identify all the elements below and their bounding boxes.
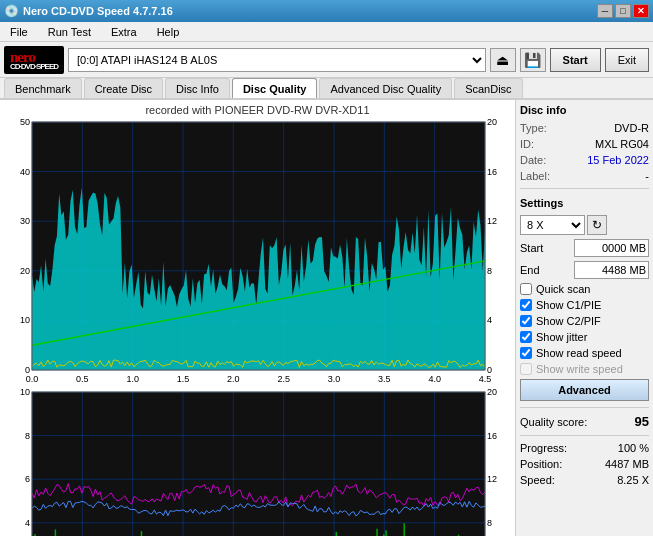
start-mb-row: Start	[520, 239, 649, 257]
tab-benchmark[interactable]: Benchmark	[4, 78, 82, 98]
disc-label-value: -	[645, 170, 649, 182]
end-mb-row: End	[520, 261, 649, 279]
speed-select[interactable]: 8 X	[520, 215, 585, 235]
start-button[interactable]: Start	[550, 48, 601, 72]
speed-select-row: 8 X ↻	[520, 215, 649, 235]
right-panel: Disc info Type: DVD-R ID: MXL RG04 Date:…	[515, 100, 653, 536]
speed-label: Speed:	[520, 474, 555, 486]
tab-disc-quality[interactable]: Disc Quality	[232, 78, 318, 98]
position-row: Position: 4487 MB	[520, 458, 649, 470]
progress-value: 100 %	[618, 442, 649, 454]
chart-title: recorded with PIONEER DVD-RW DVR-XD11	[2, 102, 513, 118]
menu-bar: File Run Test Extra Help	[0, 22, 653, 42]
quick-scan-label: Quick scan	[536, 283, 590, 295]
disc-date-row: Date: 15 Feb 2022	[520, 154, 649, 166]
disc-date-value: 15 Feb 2022	[587, 154, 649, 166]
menu-file[interactable]: File	[4, 24, 34, 40]
start-input[interactable]	[574, 239, 649, 257]
show-read-speed-row: Show read speed	[520, 347, 649, 359]
tabs: Benchmark Create Disc Disc Info Disc Qua…	[0, 78, 653, 100]
menu-help[interactable]: Help	[151, 24, 186, 40]
title-bar: 💿 Nero CD-DVD Speed 4.7.7.16 ─ □ ✕	[0, 0, 653, 22]
disc-id-row: ID: MXL RG04	[520, 138, 649, 150]
app-icon: 💿	[4, 4, 19, 18]
nero-logo: nero CD·DVD·SPEED	[4, 46, 64, 74]
disc-label-row: Label: -	[520, 170, 649, 182]
show-jitter-label: Show jitter	[536, 331, 587, 343]
speed-value: 8.25 X	[617, 474, 649, 486]
tab-create-disc[interactable]: Create Disc	[84, 78, 163, 98]
quality-score-row: Quality score: 95	[520, 414, 649, 429]
show-write-speed-label: Show write speed	[536, 363, 623, 375]
show-c1-pie-label: Show C1/PIE	[536, 299, 601, 311]
disc-type-row: Type: DVD-R	[520, 122, 649, 134]
progress-label: Progress:	[520, 442, 567, 454]
close-button[interactable]: ✕	[633, 4, 649, 18]
settings-title: Settings	[520, 197, 649, 209]
disc-type-label: Type:	[520, 122, 547, 134]
toolbar: nero CD·DVD·SPEED [0:0] ATAPI iHAS124 B …	[0, 42, 653, 78]
show-write-speed-row: Show write speed	[520, 363, 649, 375]
advanced-button[interactable]: Advanced	[520, 379, 649, 401]
show-write-speed-checkbox	[520, 363, 532, 375]
minimize-button[interactable]: ─	[597, 4, 613, 18]
divider-3	[520, 435, 649, 436]
start-label: Start	[520, 242, 543, 254]
chart-area: recorded with PIONEER DVD-RW DVR-XD11 PI…	[0, 100, 515, 536]
drive-select[interactable]: [0:0] ATAPI iHAS124 B AL0S	[68, 48, 486, 72]
pi-errors-chart	[2, 118, 513, 388]
progress-row: Progress: 100 %	[520, 442, 649, 454]
disc-type-value: DVD-R	[614, 122, 649, 134]
menu-extra[interactable]: Extra	[105, 24, 143, 40]
tab-scan-disc[interactable]: ScanDisc	[454, 78, 522, 98]
show-c2-pif-label: Show C2/PIF	[536, 315, 601, 327]
position-value: 4487 MB	[605, 458, 649, 470]
tab-disc-info[interactable]: Disc Info	[165, 78, 230, 98]
divider-2	[520, 407, 649, 408]
end-input[interactable]	[574, 261, 649, 279]
disc-label-label: Label:	[520, 170, 550, 182]
end-label: End	[520, 264, 540, 276]
show-read-speed-label: Show read speed	[536, 347, 622, 359]
show-c2-pif-checkbox[interactable]	[520, 315, 532, 327]
disc-id-value: MXL RG04	[595, 138, 649, 150]
charts-container	[2, 118, 513, 536]
exit-button[interactable]: Exit	[605, 48, 649, 72]
main-content: recorded with PIONEER DVD-RW DVR-XD11 PI…	[0, 100, 653, 536]
show-c2-pif-row: Show C2/PIF	[520, 315, 649, 327]
quality-score-label: Quality score:	[520, 416, 587, 428]
show-c1-pie-row: Show C1/PIE	[520, 299, 649, 311]
tab-advanced-disc-quality[interactable]: Advanced Disc Quality	[319, 78, 452, 98]
show-c1-pie-checkbox[interactable]	[520, 299, 532, 311]
show-jitter-row: Show jitter	[520, 331, 649, 343]
refresh-button[interactable]: ↻	[587, 215, 607, 235]
jitter-chart	[2, 388, 513, 536]
quality-score-value: 95	[635, 414, 649, 429]
save-button[interactable]: 💾	[520, 48, 546, 72]
title-bar-text: Nero CD-DVD Speed 4.7.7.16	[23, 5, 173, 17]
disc-date-label: Date:	[520, 154, 546, 166]
speed-row: Speed: 8.25 X	[520, 474, 649, 486]
show-read-speed-checkbox[interactable]	[520, 347, 532, 359]
disc-id-label: ID:	[520, 138, 534, 150]
show-jitter-checkbox[interactable]	[520, 331, 532, 343]
maximize-button[interactable]: □	[615, 4, 631, 18]
menu-run-test[interactable]: Run Test	[42, 24, 97, 40]
title-bar-controls: ─ □ ✕	[597, 4, 649, 18]
quick-scan-row: Quick scan	[520, 283, 649, 295]
position-label: Position:	[520, 458, 562, 470]
eject-button[interactable]: ⏏	[490, 48, 516, 72]
quick-scan-checkbox[interactable]	[520, 283, 532, 295]
title-bar-left: 💿 Nero CD-DVD Speed 4.7.7.16	[4, 4, 173, 18]
divider-1	[520, 188, 649, 189]
disc-info-title: Disc info	[520, 104, 649, 116]
